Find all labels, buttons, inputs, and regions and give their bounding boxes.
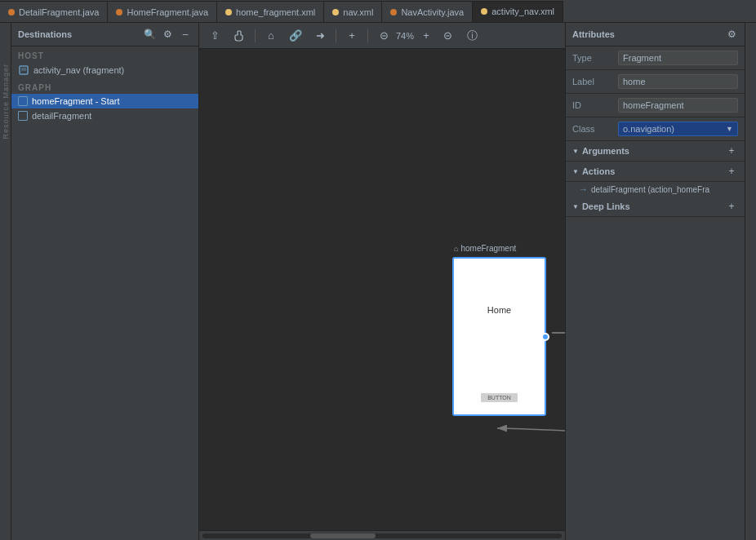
scrollbar-thumb[interactable] [310, 533, 376, 538]
host-icon [18, 64, 29, 76]
deep-links-section-header[interactable]: ▼ Deep Links + [566, 197, 745, 217]
attr-label-id: ID [572, 100, 613, 110]
attr-row-label: Label home [566, 70, 745, 94]
arguments-section-label: ▼ Arguments [572, 146, 629, 156]
destinations-header-icons: 🔍 ⚙ – [143, 28, 192, 41]
link-button[interactable]: 🔗 [287, 27, 305, 45]
graph-label: GRAPH [11, 78, 198, 94]
host-item[interactable]: activity_nav (fragment) [11, 62, 198, 78]
info-button[interactable]: ⓘ [463, 27, 481, 45]
zoom-fit-button[interactable]: ⊝ [438, 27, 456, 45]
canvas-area: ⇧ ⌂ 🔗 ➜ + ⊝ 74% + ⊝ ⓘ [199, 23, 565, 540]
home-fragment-title: Home [487, 305, 511, 315]
home-button[interactable]: ⌂ [262, 27, 280, 45]
action-arrow-icon: → [579, 184, 588, 194]
attr-value-class[interactable]: o.navigation) ▼ [618, 122, 738, 136]
attr-row-id: ID homeFragment [566, 94, 745, 117]
tab-nav-xml[interactable]: nav.xml [324, 1, 382, 22]
graph-item-detail[interactable]: detailFragment [11, 108, 198, 123]
destinations-title: Destinations [18, 29, 72, 39]
arguments-add-button[interactable]: + [725, 144, 738, 157]
attr-row-class: Class o.navigation) ▼ [566, 117, 745, 141]
actions-section-header[interactable]: ▼ Actions + [566, 162, 745, 182]
destinations-header: Destinations 🔍 ⚙ – [11, 23, 198, 46]
class-dropdown-arrow: ▼ [726, 125, 733, 133]
zoom-out-button[interactable]: ⊝ [375, 27, 393, 45]
separator-3 [367, 29, 368, 42]
home-fragment-node[interactable]: ⌂ homeFragment Home BUTTON [452, 257, 546, 416]
attributes-title: Attributes [572, 29, 615, 39]
minus-button[interactable]: – [179, 28, 192, 41]
host-label: HOST [11, 46, 198, 62]
action-item-detail[interactable]: → detailFragment (action_homeFra [566, 182, 745, 197]
tab-detail-fragment-java[interactable]: DetailFragment.java [0, 1, 108, 22]
attr-label-class: Class [572, 124, 613, 134]
tab-bar: DetailFragment.java HomeFragment.java ho… [0, 0, 756, 23]
attr-value-type[interactable]: Fragment [618, 51, 738, 65]
tab-dot [225, 9, 232, 15]
home-fragment-content: Home BUTTON [454, 259, 545, 414]
attr-value-label[interactable]: home [618, 74, 738, 89]
actions-section-label: ▼ Actions [572, 166, 615, 176]
fragment-icon-home [18, 96, 28, 106]
resource-manager-label: Resource Manager [2, 64, 10, 139]
canvas-content[interactable]: ⌂ homeFragment Home BUTTON detailFragmen… [199, 49, 565, 530]
search-button[interactable]: 🔍 [143, 28, 156, 41]
graph-item-home[interactable]: homeFragment - Start [11, 94, 198, 108]
attr-value-id[interactable]: homeFragment [618, 98, 738, 113]
tab-dot [481, 8, 487, 15]
destinations-panel: Destinations 🔍 ⚙ – HOST activity_nav (fr… [11, 23, 199, 540]
home-connection-dot[interactable] [541, 333, 549, 341]
scrollbar-track[interactable] [202, 533, 562, 538]
left-sidebar: Resource Manager [0, 23, 11, 540]
attributes-settings-button[interactable]: ⚙ [725, 28, 738, 41]
attr-label-type: Type [572, 53, 613, 63]
home-fragment-button[interactable]: BUTTON [481, 393, 518, 402]
deep-links-triangle: ▼ [572, 203, 579, 210]
tab-dot [390, 9, 397, 15]
hand-tool[interactable] [230, 27, 248, 45]
tab-dot [8, 9, 15, 15]
scrollbar-area[interactable] [199, 530, 565, 540]
canvas-toolbar: ⇧ ⌂ 🔗 ➜ + ⊝ 74% + ⊝ ⓘ [199, 23, 565, 49]
zoom-control: ⊝ 74% + ⊝ [375, 27, 456, 45]
attributes-header: Attributes ⚙ [566, 23, 745, 46]
home-start-icon: ⌂ [454, 245, 458, 253]
tab-dot [332, 9, 339, 15]
add-button[interactable]: + [343, 27, 361, 45]
pointer-tool[interactable]: ⇧ [206, 27, 224, 45]
svg-rect-1 [21, 68, 26, 71]
actions-add-button[interactable]: + [725, 165, 738, 178]
zoom-level: 74% [396, 31, 414, 41]
fragment-icon-detail [18, 111, 28, 121]
tab-home-fragment-java[interactable]: HomeFragment.java [108, 1, 217, 22]
tab-nav-activity-java[interactable]: NavActivity.java [382, 1, 473, 22]
forward-button[interactable]: ➜ [311, 27, 329, 45]
attr-row-type: Type Fragment [566, 46, 745, 70]
tab-activity-nav-xml[interactable]: activity_nav.xml [473, 1, 563, 22]
actions-triangle: ▼ [572, 168, 579, 175]
deep-links-section-label: ▼ Deep Links [572, 201, 630, 211]
attr-label-label: Label [572, 77, 613, 86]
settings-button[interactable]: ⚙ [161, 28, 174, 41]
attributes-panel: Attributes ⚙ Type Fragment Label home ID… [565, 23, 745, 540]
arguments-triangle: ▼ [572, 148, 579, 155]
main-layout: Resource Manager Destinations 🔍 ⚙ – HOST… [0, 23, 756, 540]
tab-home-fragment-xml[interactable]: home_fragment.xml [217, 1, 324, 22]
zoom-in-button[interactable]: + [417, 27, 435, 45]
arguments-section-header[interactable]: ▼ Arguments + [566, 141, 745, 162]
separator-2 [336, 29, 336, 42]
right-sidebar [745, 23, 756, 540]
home-fragment-label: ⌂ homeFragment [454, 244, 516, 253]
tab-dot [116, 9, 122, 15]
deep-links-add-button[interactable]: + [725, 200, 738, 213]
separator-1 [255, 29, 256, 42]
